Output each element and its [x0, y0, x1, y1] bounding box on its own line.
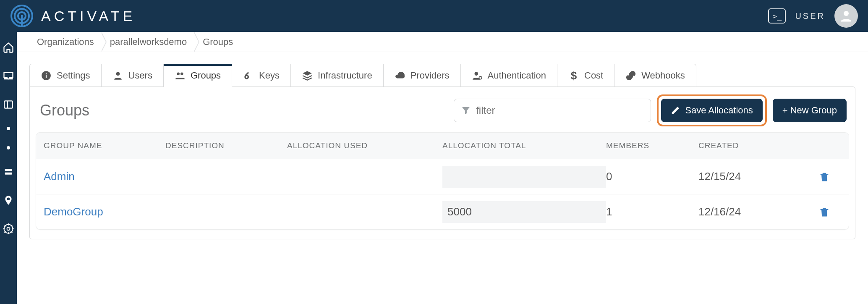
tab-providers[interactable]: Providers [384, 64, 461, 87]
svg-rect-20 [46, 75, 47, 78]
tab-label: Webhooks [641, 70, 685, 81]
svg-rect-7 [5, 169, 12, 171]
svg-point-26 [246, 76, 248, 78]
new-group-label: + New Group [782, 105, 837, 116]
svg-point-22 [116, 72, 120, 76]
tab-label: Settings [57, 70, 90, 81]
panel-title: Groups [38, 102, 89, 119]
svg-rect-5 [4, 101, 13, 108]
nav-dot-1[interactable] [7, 127, 10, 130]
terminal-button[interactable]: >_ [768, 8, 786, 24]
group-name-link[interactable]: Admin [44, 170, 165, 183]
cell-members: 0 [606, 170, 698, 183]
save-button-label: Save Allocations [685, 105, 753, 116]
group-name-link[interactable]: DemoGroup [44, 205, 165, 218]
table-row: Admin 0 12/15/24 [36, 159, 849, 194]
tab-label: Groups [191, 70, 221, 81]
tab-label: Providers [410, 70, 450, 81]
table-row: DemoGroup 5000 1 12/16/24 [36, 194, 849, 229]
save-allocations-highlight: Save Allocations [657, 94, 766, 126]
svg-point-24 [180, 72, 183, 75]
breadcrumb-org-name[interactable]: parallelworksdemo [102, 32, 195, 52]
terminal-icon: >_ [773, 12, 782, 21]
breadcrumb: Organizations parallelworksdemo Groups [17, 32, 868, 52]
new-group-button[interactable]: + New Group [773, 99, 847, 122]
tab-label: Authentication [488, 70, 546, 81]
panel-header: Groups Save Allocations + New Group [36, 93, 849, 132]
tab-settings[interactable]: Settings [30, 64, 102, 87]
breadcrumb-groups[interactable]: Groups [195, 32, 241, 52]
filter-box[interactable] [454, 99, 651, 122]
tab-label: Users [128, 70, 152, 81]
panel-icon[interactable] [2, 98, 15, 111]
tab-label: Infrastructure [318, 70, 372, 81]
groups-table: GROUP NAME DESCRIPTION ALLOCATION USED A… [36, 132, 849, 230]
trash-icon [818, 171, 830, 183]
sidebar [0, 32, 17, 304]
nav-dot-2[interactable] [7, 146, 10, 149]
topbar-right: >_ USER [768, 4, 858, 28]
tab-groups[interactable]: Groups [164, 64, 232, 87]
th-members: MEMBERS [606, 141, 698, 150]
filter-icon [461, 105, 471, 116]
cell-alloc-total[interactable]: 5000 [442, 201, 606, 223]
delete-button[interactable] [808, 171, 841, 183]
tab-cost[interactable]: $ Cost [557, 64, 614, 87]
tab-keys[interactable]: Keys [232, 64, 291, 87]
inbox-icon[interactable] [2, 70, 15, 82]
tab-authentication[interactable]: Authentication [461, 64, 557, 87]
tab-users[interactable]: Users [102, 64, 164, 87]
th-alloc-total: ALLOCATION TOTAL [442, 141, 606, 150]
svg-rect-21 [46, 73, 47, 74]
th-alloc-used: ALLOCATION USED [287, 141, 442, 150]
svg-point-10 [7, 228, 10, 231]
svg-point-23 [177, 72, 180, 75]
svg-rect-3 [21, 15, 23, 27]
save-allocations-button[interactable]: Save Allocations [661, 99, 762, 122]
cell-created: 12/15/24 [698, 170, 808, 183]
server-icon[interactable] [2, 165, 15, 178]
delete-button[interactable] [808, 206, 841, 218]
th-actions [808, 141, 841, 150]
home-icon[interactable] [2, 41, 15, 54]
tab-infrastructure[interactable]: Infrastructure [291, 64, 384, 87]
user-label[interactable]: USER [795, 11, 825, 21]
location-icon[interactable] [2, 194, 15, 207]
groups-panel: Groups Save Allocations + New Group [29, 86, 855, 239]
trash-icon [818, 206, 830, 218]
table-header-row: GROUP NAME DESCRIPTION ALLOCATION USED A… [36, 133, 849, 159]
main: Organizations parallelworksdemo Groups S… [17, 32, 868, 304]
topbar: ACTIVATE >_ USER [0, 0, 868, 32]
th-name: GROUP NAME [44, 141, 165, 150]
helm-icon[interactable] [2, 223, 15, 235]
brand: ACTIVATE [10, 4, 136, 28]
edit-icon [671, 106, 680, 115]
avatar[interactable] [834, 4, 858, 28]
brand-name: ACTIVATE [41, 8, 136, 24]
th-description: DESCRIPTION [165, 141, 287, 150]
cell-members: 1 [606, 205, 698, 218]
svg-point-4 [844, 11, 849, 16]
svg-point-29 [479, 76, 482, 79]
brand-logo-icon [10, 4, 34, 28]
tab-label: Cost [584, 70, 603, 81]
breadcrumb-organizations[interactable]: Organizations [29, 32, 102, 52]
th-created: CREATED [698, 141, 808, 150]
cell-alloc-total[interactable] [442, 166, 606, 188]
filter-input[interactable] [476, 105, 644, 116]
tab-webhooks[interactable]: Webhooks [614, 64, 696, 87]
svg-rect-8 [5, 173, 12, 175]
tabs: Settings Users Groups Keys Infrastructur… [29, 64, 696, 87]
svg-point-28 [474, 72, 478, 76]
tab-label: Keys [259, 70, 280, 81]
cell-created: 12/16/24 [698, 205, 808, 218]
